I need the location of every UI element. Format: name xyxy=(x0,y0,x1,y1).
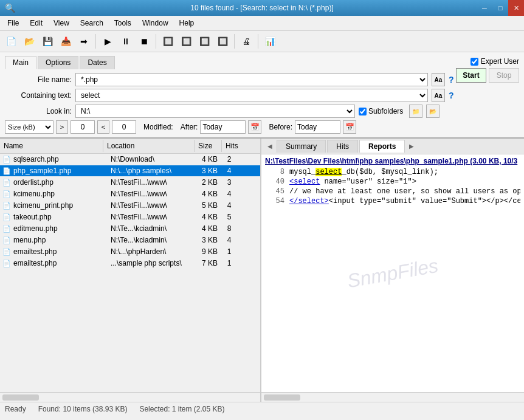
toolbar-save[interactable]: 💾 xyxy=(39,33,56,50)
file-hits: 4 xyxy=(220,190,238,198)
menu-tools[interactable]: Tools xyxy=(109,17,136,29)
menu-help[interactable]: Help xyxy=(174,17,199,29)
before-calendar-btn[interactable]: 📅 xyxy=(343,120,356,134)
toolbar-new[interactable]: 📄 xyxy=(2,33,19,50)
tab-reports[interactable]: Reports xyxy=(359,140,405,153)
right-panel-hscroll[interactable] xyxy=(261,392,524,402)
start-button[interactable]: Start xyxy=(456,68,486,83)
file-icon: 📄 xyxy=(2,260,11,267)
table-row[interactable]: 📄 takeout.php N:\TestFil...\www\ 4 KB 5 xyxy=(0,212,260,223)
after-calendar-btn[interactable]: 📅 xyxy=(248,120,261,134)
menu-view[interactable]: View xyxy=(49,17,74,29)
menu-window[interactable]: Window xyxy=(137,17,173,29)
col-location[interactable]: Location xyxy=(103,140,195,152)
toolbar-btn6[interactable]: 🔲 xyxy=(178,33,195,50)
containing-help[interactable]: ? xyxy=(449,91,454,100)
size-gt-btn[interactable]: > xyxy=(56,120,68,134)
menu-edit[interactable]: Edit xyxy=(25,17,47,29)
after-date-input[interactable] xyxy=(200,120,246,134)
file-size: 3 KB xyxy=(196,167,220,175)
tab-nav-right[interactable]: ▶ xyxy=(405,140,418,153)
separator-3 xyxy=(234,34,235,49)
toolbar-pause[interactable]: ⏸ xyxy=(117,33,134,50)
file-icon: 📄 xyxy=(2,236,11,244)
table-row[interactable]: 📄 php_sample1.php N:\...\php samples\ 3 … xyxy=(0,165,260,177)
toolbar-report[interactable]: 📊 xyxy=(261,33,278,50)
file-location: N:\...\phpHarden\ xyxy=(111,247,196,256)
size-modified-row: Size (kB) > < Modified: After: 📅 Before:… xyxy=(5,120,519,134)
file-hits: 2 xyxy=(220,155,238,164)
folder-browse-btn[interactable]: 📁 xyxy=(409,105,422,118)
containing-text-label: Containing text: xyxy=(5,91,72,100)
toolbar-btn8[interactable]: 🔲 xyxy=(214,33,231,50)
file-list-hscroll[interactable] xyxy=(0,392,260,402)
toolbar-btn5[interactable]: 🔲 xyxy=(159,33,176,50)
size-select[interactable]: Size (kB) xyxy=(5,120,53,134)
filename-input[interactable]: *.php xyxy=(75,73,428,86)
file-size: 7 KB xyxy=(196,259,220,267)
file-hits: 1 xyxy=(220,259,238,267)
table-row[interactable]: 📄 kcimenu.php N:\TestFil...\www\ 4 KB 4 xyxy=(0,188,260,200)
expert-user-label[interactable]: Expert User xyxy=(471,57,519,66)
tab-hits[interactable]: Hits xyxy=(327,140,358,153)
lookin-input[interactable]: N:\ xyxy=(75,105,355,118)
filename-font-btn[interactable]: Aa xyxy=(432,73,445,86)
table-row[interactable]: 📄 kcimenu_print.php N:\TestFil...\www\ 5… xyxy=(0,200,260,212)
stop-button[interactable]: Stop xyxy=(489,68,519,83)
subfolders-checkbox-label[interactable]: Subfolders xyxy=(359,107,403,115)
file-size: 2 KB xyxy=(196,178,220,187)
tab-summary[interactable]: Summary xyxy=(277,140,326,153)
file-name: orderlist.php xyxy=(13,178,111,187)
col-hits[interactable]: Hits xyxy=(222,140,246,152)
before-date-input[interactable] xyxy=(295,120,340,134)
window-controls: ─ □ ✕ xyxy=(477,0,524,16)
file-size: 3 KB xyxy=(196,236,220,244)
toolbar-play[interactable]: ▶ xyxy=(99,33,116,50)
table-row[interactable]: 📄 emailtest.php N:\...\phpHarden\ 9 KB 1 xyxy=(0,246,260,258)
file-location: N:\TestFil...\www\ xyxy=(111,201,196,210)
report-line: 54 </select><input type="submit" value="… xyxy=(265,197,520,205)
line-number: 54 xyxy=(265,197,289,205)
toolbar-stop[interactable]: ⏹ xyxy=(136,33,153,50)
separator-1 xyxy=(95,34,96,49)
containing-text-input[interactable]: select xyxy=(75,89,428,102)
size-lt-btn[interactable]: < xyxy=(97,120,109,134)
file-icon: 📄 xyxy=(2,248,11,256)
menu-file[interactable]: File xyxy=(2,17,24,29)
subfolders-checkbox[interactable] xyxy=(359,108,367,115)
tab-main[interactable]: Main xyxy=(5,56,36,69)
table-row[interactable]: 📄 menu.php N:\Te...\kciadmin\ 3 KB 4 xyxy=(0,235,260,246)
file-size: 5 KB xyxy=(196,201,220,210)
tab-nav-left[interactable]: ◀ xyxy=(264,140,276,153)
expert-user-text: Expert User xyxy=(481,57,519,66)
table-row[interactable]: 📄 emailtest.php ...\sample php scripts\ … xyxy=(0,258,260,269)
expert-user-checkbox[interactable] xyxy=(471,58,478,66)
containing-font-btn[interactable]: Aa xyxy=(432,89,445,102)
size-lt-value[interactable] xyxy=(112,120,136,134)
folder-recent-btn[interactable]: 📂 xyxy=(426,105,440,118)
file-name: kcimenu_print.php xyxy=(13,201,111,210)
toolbar-open[interactable]: 📂 xyxy=(21,33,38,50)
table-row[interactable]: 📄 orderlist.php N:\TestFil...\www\ 2 KB … xyxy=(0,177,260,188)
col-size[interactable]: Size xyxy=(195,140,222,152)
col-name[interactable]: Name xyxy=(0,140,103,152)
toolbar-arrow[interactable]: ➡ xyxy=(75,33,92,50)
line-number: 40 xyxy=(265,177,289,186)
right-content: N:\TestFiles\Dev Files\html\php samples\… xyxy=(261,154,524,392)
filename-row: File name: *.php Aa ? xyxy=(5,73,519,86)
maximize-button[interactable]: □ xyxy=(492,0,508,16)
minimize-button[interactable]: ─ xyxy=(477,0,492,16)
file-icon: 📄 xyxy=(2,156,11,164)
close-button[interactable]: ✕ xyxy=(508,0,524,16)
tab-dates[interactable]: Dates xyxy=(80,56,114,69)
filename-help[interactable]: ? xyxy=(449,75,454,84)
table-row[interactable]: 📄 editmenu.php N:\Te...\kciadmin\ 4 KB 8 xyxy=(0,223,260,235)
toolbar-save-as[interactable]: 📥 xyxy=(57,33,74,50)
table-row[interactable]: 📄 sqlsearch.php N:\Download\ 4 KB 2 xyxy=(0,154,260,165)
menu-search[interactable]: Search xyxy=(75,17,108,29)
menu-bar: File Edit View Search Tools Window Help xyxy=(0,16,524,31)
size-gt-value[interactable] xyxy=(71,120,95,134)
toolbar-print[interactable]: 🖨 xyxy=(238,33,255,50)
toolbar-btn7[interactable]: 🔲 xyxy=(196,33,213,50)
tab-options[interactable]: Options xyxy=(38,56,78,69)
